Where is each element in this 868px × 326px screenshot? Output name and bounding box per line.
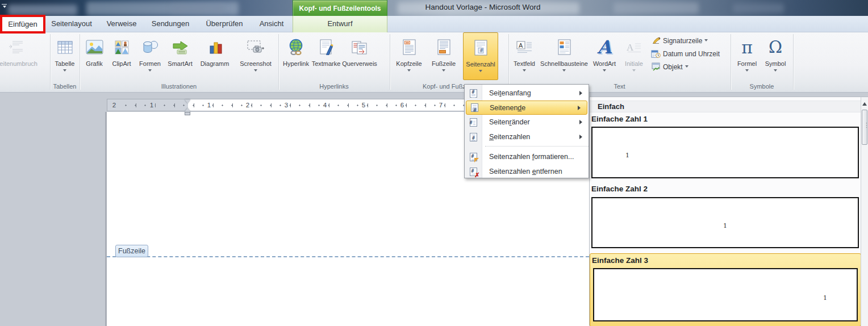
group-divider	[50, 34, 51, 90]
header-button[interactable]: Kopfzeile	[392, 34, 426, 82]
window-title: Handout Vorlage - Microsoft Word	[364, 3, 602, 11]
symbol-icon: Ω	[769, 34, 782, 60]
page-break-icon	[8, 34, 25, 60]
equation-button[interactable]: π Formel	[734, 34, 760, 82]
date-time-button[interactable]: Datum und Uhrzeit	[651, 47, 731, 60]
dropdown-arrow	[632, 69, 636, 73]
menu-item-seitenanfang[interactable]: # Seitenanfang	[465, 86, 589, 101]
group-label-illustrationen: Illustrationen	[80, 83, 278, 91]
tab-seitenlayout[interactable]: Seitenlayout	[48, 16, 95, 32]
symbol-button[interactable]: Ω Symbol	[761, 34, 790, 82]
gallery-item-label: Einfache Zahl 2	[591, 185, 648, 193]
ruler-number: 4	[322, 101, 328, 109]
group-divider	[278, 34, 279, 90]
group-divider	[80, 34, 80, 90]
shapes-button[interactable]: Formen	[136, 34, 164, 82]
group-divider	[508, 34, 509, 90]
ruler-number: 2	[244, 101, 251, 109]
tab-ueberpruefen[interactable]: Überprüfen	[200, 16, 249, 32]
dropdown-arrow	[774, 69, 777, 73]
menu-item-seitenraender[interactable]: # Seitenränder	[465, 115, 589, 129]
submenu-arrow-icon	[579, 135, 585, 139]
tab-ansicht[interactable]: Ansicht	[254, 16, 289, 32]
title-bar: Handout Vorlage - Microsoft Word Kopf- u…	[0, 0, 868, 16]
ruler-number: 1	[148, 101, 155, 109]
svg-text:A: A	[519, 42, 523, 49]
group-divider	[731, 34, 731, 90]
dropdown-arrow	[523, 69, 526, 73]
svg-text:#: #	[479, 48, 483, 53]
page-margins-icon: #	[470, 118, 477, 127]
tab-sendungen[interactable]: Sendungen	[147, 16, 194, 32]
clipart-icon	[115, 34, 129, 60]
blurred-area	[733, 3, 784, 13]
dropdown-arrow	[442, 69, 445, 73]
screenshot-button[interactable]: Screenshot	[234, 34, 277, 82]
left-indent-marker[interactable]	[185, 112, 190, 115]
quick-parts-button[interactable]: Schnellbausteine	[540, 34, 589, 82]
chart-button[interactable]: Diagramm	[197, 34, 233, 82]
annotation-red-box	[0, 15, 45, 34]
dropdown-arrow	[63, 69, 66, 73]
signature-line-button[interactable]: Signaturzeile	[651, 34, 731, 47]
ruler-number: 1	[206, 101, 212, 109]
smartart-icon	[172, 34, 189, 60]
menu-item-seitenzahlen[interactable]: # Seitenzahlen	[465, 129, 589, 144]
tab-entwurf[interactable]: Entwurf	[293, 16, 387, 32]
quick-parts-icon	[558, 34, 571, 60]
footer-button[interactable]: Fußzeile	[427, 34, 460, 82]
word-application-window: Handout Vorlage - Microsoft Word Kopf- u…	[0, 0, 868, 326]
gallery-item-einfache-zahl-1[interactable]: 1	[591, 127, 859, 178]
picture-button[interactable]: Grafik	[82, 34, 107, 82]
hyperlink-button[interactable]: Hyperlink	[281, 34, 311, 82]
quick-access-toolbar-arrow-icon[interactable]	[2, 4, 7, 10]
top-of-page-icon: #	[470, 89, 477, 98]
group-label-tabellen: Tabellen	[50, 83, 80, 91]
gallery-item-preview: 1	[593, 268, 858, 321]
signature-line-icon	[651, 36, 661, 45]
drop-cap-button: A Initiale	[620, 34, 648, 82]
ruler-number: 2	[111, 101, 118, 109]
page-break-button: Seitenumbruch	[0, 34, 49, 82]
textbox-button[interactable]: A Textfeld	[510, 34, 539, 82]
bookmark-button[interactable]: Textmarke	[311, 34, 341, 82]
gallery-item-einfache-zahl-3[interactable]: Einfache Zahl 3 1	[590, 253, 861, 326]
clipart-button[interactable]: ClipArt	[108, 34, 135, 82]
hyperlink-icon	[287, 34, 305, 60]
gallery-item-label: Einfache Zahl 1	[591, 115, 648, 123]
blurred-tab	[8, 5, 77, 15]
drop-cap-icon: A	[627, 34, 641, 60]
smartart-button[interactable]: SmartArt	[165, 34, 195, 82]
menu-item-seitenende[interactable]: # Seitenende	[466, 101, 587, 115]
group-label-symbole: Symbole	[731, 83, 793, 91]
format-page-numbers-icon: #	[470, 153, 477, 161]
table-button[interactable]: Tabelle	[52, 34, 77, 82]
object-icon	[651, 62, 661, 71]
menu-item-seitenzahlen-entfernen[interactable]: #✗ Seitenzahlen entfernen	[465, 164, 589, 179]
table-icon	[57, 34, 73, 60]
hanging-indent-marker[interactable]	[185, 105, 190, 112]
menu-item-seitenzahlen-formatieren[interactable]: # Seitenzahlen formatieren...	[465, 149, 589, 164]
gallery-scrollbar[interactable]	[861, 97, 868, 326]
textbox-icon: A	[516, 34, 532, 60]
page-number-menu: # Seitenanfang # Seitenende # Seitenränd…	[464, 84, 589, 178]
cross-reference-button[interactable]: Querverweis	[341, 34, 378, 82]
scroll-up-icon[interactable]	[862, 100, 867, 106]
scrollbar-thumb[interactable]	[862, 110, 867, 145]
page-number-icon: #	[474, 35, 487, 61]
dropdown-arrow	[745, 69, 749, 73]
shapes-icon	[142, 34, 158, 60]
tab-verweise[interactable]: Verweise	[102, 16, 141, 32]
blurred-area	[170, 4, 225, 14]
group-divider	[793, 34, 794, 90]
wordart-button[interactable]: A WordArt	[590, 34, 619, 82]
contextual-tools-header: Kopf- und Fußzeilentools	[293, 0, 387, 16]
equation-icon: π	[741, 34, 753, 60]
gallery-item-einfache-zahl-2[interactable]: 1	[591, 197, 859, 248]
footer-icon	[437, 34, 450, 60]
chart-icon	[207, 34, 223, 60]
page-number-gallery: Einfach Einfache Zahl 1 1 Einfache Zahl …	[589, 97, 868, 326]
gallery-section-header: Einfach	[590, 101, 861, 112]
object-button[interactable]: Objekt	[651, 60, 731, 73]
page-number-button[interactable]: # Seitenzahl	[463, 32, 498, 80]
